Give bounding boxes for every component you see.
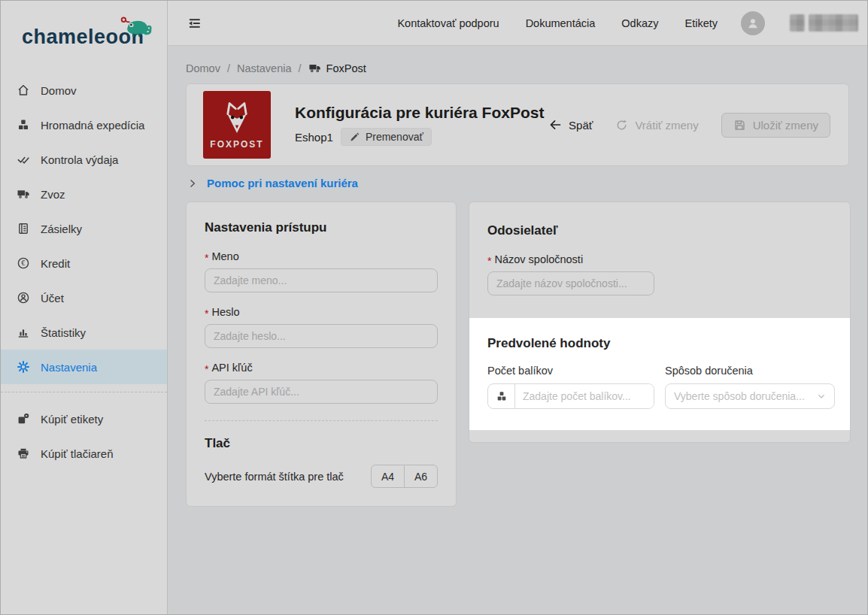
fox-icon [215, 101, 259, 138]
parcel-count-input[interactable] [515, 384, 654, 408]
documentation-link[interactable]: Dokumentácia [520, 17, 596, 29]
breadcrumb-label: FoxPost [326, 62, 366, 74]
sidebar-footer: Kúpiť etikety Kúpiť tlačiareň [1, 401, 167, 471]
main-area: Kontaktovať podporu Dokumentácia ? Odkaz… [168, 1, 867, 614]
sidebar-item-statistiky[interactable]: Štatistiky [1, 315, 167, 350]
revert-label: Vrátiť zmeny [635, 119, 698, 132]
label-format-segmented: A4 A6 [371, 465, 438, 488]
select-placeholder: Vyberte spôsob doručenia... [674, 390, 815, 402]
heslo-input[interactable] [205, 324, 438, 348]
topbar: Kontaktovať podporu Dokumentácia ? Odkaz… [168, 1, 867, 46]
sidebar-item-label: Štatistiky [41, 326, 86, 339]
access-settings-title: Nastavenia prístupu [205, 220, 438, 235]
sidebar-item-label: Hromadná expedícia [41, 119, 144, 132]
save-icon [733, 119, 746, 132]
delivery-method-select[interactable]: Vyberte spôsob doručenia... [665, 383, 835, 409]
save-label: Uložiť zmeny [753, 119, 818, 132]
sidebar-item-hromadna-expedicia[interactable]: Hromadná expedícia [1, 108, 167, 142]
company-name-input[interactable] [487, 271, 654, 295]
chameleon-icon [119, 14, 155, 39]
back-button[interactable]: Späť [548, 118, 593, 132]
field-nazov-spolocnosti: * Názov spoločnosti [487, 253, 832, 295]
top-link-label: Dokumentácia [526, 17, 596, 29]
sidebar-divider [1, 392, 167, 392]
field-sposob-dorucenia: Spôsob doručenia Vyberte spôsob doručeni… [665, 365, 835, 409]
courier-help-link[interactable]: Pomoc pri nastavení kuriéra [207, 177, 358, 189]
rename-label: Premenovať [366, 131, 423, 143]
list-icon [17, 222, 30, 235]
sidebar-item-label: Zvoz [41, 188, 65, 201]
field-label: Počet balíkov [487, 365, 654, 377]
required-mark: * [205, 252, 208, 264]
brand-logo[interactable]: chameleoon [1, 1, 167, 73]
required-mark: * [205, 363, 208, 375]
boxes-icon [496, 390, 508, 402]
api-kluc-input[interactable] [205, 380, 438, 404]
sidebar-item-kupit-etikety[interactable]: Kúpiť etikety [1, 401, 167, 436]
page-content: Domov / Nastavenia / FoxPost [168, 46, 867, 614]
euro-icon: € [17, 256, 30, 270]
home-icon [17, 83, 30, 97]
sender-card-tail [469, 430, 850, 442]
breadcrumb-foxpost: FoxPost [308, 62, 366, 74]
format-a6-button[interactable]: A6 [404, 465, 438, 488]
breadcrumb-separator: / [299, 62, 302, 74]
collapse-sidebar-icon[interactable] [184, 14, 204, 33]
field-label: Heslo [211, 306, 239, 318]
boxes-icon [17, 118, 30, 132]
parcel-count-addon [488, 384, 515, 408]
print-format-row: Vyberte formát štítka pre tlač A4 A6 [205, 465, 438, 488]
sidebar-item-label: Účet [41, 292, 64, 304]
breadcrumb: Domov / Nastavenia / FoxPost [186, 62, 849, 74]
user-icon [745, 16, 760, 31]
header-texts: Konfigurácia pre kuriéra FoxPost Eshop1 … [295, 104, 544, 146]
eshop-name: Eshop1 [295, 131, 333, 144]
sender-section: Odosielateľ * Názov spoločnosti [469, 202, 850, 318]
user-name-blurred [790, 14, 858, 32]
rename-button[interactable]: Premenovať [341, 128, 432, 146]
field-label: Názov spoločnosti [494, 253, 583, 265]
sender-title: Odosielateľ [487, 223, 832, 238]
meno-input[interactable] [205, 268, 438, 292]
sidebar-item-kontrola-vydaja[interactable]: Kontrola výdaja [1, 142, 167, 177]
default-values-section: Predvolené hodnoty Počet balíkov [469, 318, 850, 430]
sidebar-item-label: Kredit [41, 257, 70, 270]
blur-block [809, 14, 858, 32]
chevron-right-icon[interactable] [187, 178, 198, 189]
sidebar-item-zasielky[interactable]: Zásielky [1, 211, 167, 246]
format-a4-button[interactable]: A4 [371, 465, 405, 488]
sidebar-item-domov[interactable]: Domov [1, 73, 167, 108]
sidebar-item-label: Nastavenia [41, 361, 97, 374]
back-label: Späť [569, 119, 593, 132]
user-avatar[interactable] [741, 11, 765, 35]
print-section-divider [205, 420, 438, 421]
sidebar-item-kredit[interactable]: € Kredit [1, 246, 167, 280]
sidebar-item-label: Kúpiť tlačiareň [41, 447, 114, 460]
access-settings-card: Nastavenia prístupu * Meno * Heslo [186, 201, 457, 507]
blur-block [790, 14, 805, 32]
settings-columns: Nastavenia prístupu * Meno * Heslo [186, 201, 849, 507]
sidebar-item-zvoz[interactable]: Zvoz [1, 177, 167, 211]
sidebar-item-kupit-tlaciaren[interactable]: Kúpiť tlačiareň [1, 436, 167, 471]
save-changes-button[interactable]: Uložiť zmeny [721, 113, 830, 138]
sidebar-item-label: Zásielky [41, 223, 82, 235]
label-roll-icon [17, 412, 30, 426]
sidebar-item-ucet[interactable]: Účet [1, 280, 167, 315]
arrow-left-icon [548, 118, 562, 132]
field-label: Meno [211, 250, 238, 262]
chart-icon [17, 326, 30, 339]
sidebar: chameleoon Domov Hrom [1, 1, 168, 614]
breadcrumb-domov[interactable]: Domov [186, 62, 220, 74]
links-link[interactable]: ? Odkazy [615, 17, 658, 29]
courier-header-card: FOXPOST Konfigurácia pre kuriéra FoxPost… [186, 83, 849, 166]
contact-support-link[interactable]: Kontaktovať podporu [391, 17, 499, 29]
breadcrumb-nastavenia[interactable]: Nastavenia [237, 62, 292, 74]
pencil-icon [349, 132, 360, 143]
print-format-label: Vyberte formát štítka pre tlač [205, 471, 344, 483]
top-link-label: Odkazy [621, 17, 658, 29]
field-label: API kľúč [211, 362, 252, 374]
revert-changes-button[interactable]: Vrátiť zmeny [615, 119, 698, 132]
default-values-title: Predvolené hodnoty [487, 336, 832, 351]
labels-link[interactable]: Etikety [678, 17, 718, 29]
sidebar-item-nastavenia[interactable]: Nastavenia [1, 350, 167, 384]
